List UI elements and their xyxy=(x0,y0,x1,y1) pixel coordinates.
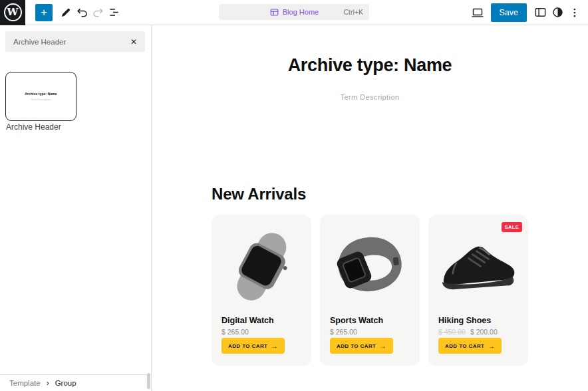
sidebar-scrollbar[interactable] xyxy=(147,373,150,389)
term-description-block[interactable]: Term Description xyxy=(152,93,588,101)
product-grid: Digital Watch $ 265.00 ADD TO CART → xyxy=(212,215,528,366)
product-name: Digital Watch xyxy=(221,316,274,325)
archive-title-block[interactable]: Archive type: Name xyxy=(152,55,588,76)
pattern-result-archive-header[interactable]: Archive type: Name Term Description xyxy=(5,72,76,121)
wordpress-logo-icon: W xyxy=(4,3,22,21)
block-breadcrumb-bar: Template › Group xyxy=(0,374,151,391)
product-name: Sports Watch xyxy=(330,316,383,325)
product-price: $ 265.00 xyxy=(221,328,249,336)
undo-icon xyxy=(76,6,88,19)
add-to-cart-label: ADD TO CART xyxy=(228,343,267,349)
tools-button[interactable] xyxy=(58,2,74,23)
breadcrumb-template[interactable]: Template xyxy=(9,379,41,387)
shop-section: New Arrivals Digi xyxy=(212,185,528,366)
pattern-preview-subtitle: Term Description xyxy=(31,98,51,101)
document-bar-main: Blog Home xyxy=(269,7,319,17)
editor-canvas: Archive type: Name Term Description New … xyxy=(152,25,588,391)
kebab-icon: ⋮ xyxy=(570,7,580,19)
save-button[interactable]: Save xyxy=(491,3,527,22)
redo-button[interactable] xyxy=(90,2,106,23)
pencil-icon xyxy=(60,7,72,19)
pattern-search-box[interactable]: ✕ xyxy=(5,31,145,52)
arrow-right-icon: → xyxy=(379,342,386,350)
breadcrumb-group[interactable]: Group xyxy=(55,379,76,387)
wordpress-site-editor: W + xyxy=(0,0,588,391)
product-card-hiking-shoes[interactable]: SALE Hiking Shoes $ 450.00 $ 200 xyxy=(428,215,528,366)
add-to-cart-label: ADD TO CART xyxy=(337,343,376,349)
styles-contrast-icon xyxy=(551,6,564,19)
view-button[interactable] xyxy=(470,2,486,23)
search-input[interactable] xyxy=(13,38,126,46)
product-old-price: $ 450.00 xyxy=(438,328,466,336)
add-to-cart-label: ADD TO CART xyxy=(445,343,484,349)
add-to-cart-button[interactable]: ADD TO CART → xyxy=(330,338,393,354)
product-card-sports-watch[interactable]: Sports Watch $ 265.00 ADD TO CART → xyxy=(320,215,420,366)
undo-button[interactable] xyxy=(74,2,90,23)
pattern-preview-title: Archive type: Name xyxy=(25,92,57,96)
product-card-digital-watch[interactable]: Digital Watch $ 265.00 ADD TO CART → xyxy=(212,215,311,366)
template-icon xyxy=(269,7,279,17)
redo-icon xyxy=(92,6,104,19)
arrow-right-icon: → xyxy=(488,342,494,350)
styles-button[interactable] xyxy=(549,2,565,23)
editor-topbar: W + xyxy=(0,0,588,25)
add-to-cart-button[interactable]: ADD TO CART → xyxy=(438,338,502,354)
inserter-panel: ✕ Archive type: Name Term Description Ar… xyxy=(0,25,152,391)
clear-search-button[interactable]: ✕ xyxy=(126,37,137,47)
pattern-label: Archive Header xyxy=(6,122,61,132)
product-image-digital-watch xyxy=(212,215,311,315)
block-inserter-button[interactable]: + xyxy=(35,4,53,21)
wordpress-logo-button[interactable]: W xyxy=(0,0,25,25)
section-heading[interactable]: New Arrivals xyxy=(212,185,528,203)
command-shortcut: Ctrl+K xyxy=(344,8,363,16)
chevron-right-icon: › xyxy=(47,378,49,388)
laptop-icon xyxy=(471,6,484,19)
close-icon: ✕ xyxy=(130,37,137,47)
sidebar-toggle-icon xyxy=(534,6,547,19)
document-title: Blog Home xyxy=(283,8,319,16)
product-name: Hiking Shoes xyxy=(438,316,491,325)
plus-icon: + xyxy=(41,7,47,18)
arrow-right-icon: → xyxy=(271,342,277,350)
product-price: $ 450.00 $ 200.00 xyxy=(438,328,498,336)
product-price: $ 265.00 xyxy=(330,328,357,336)
product-image-sports-watch xyxy=(320,215,420,315)
settings-sidebar-button[interactable] xyxy=(532,2,548,23)
sale-badge: SALE xyxy=(502,222,522,232)
list-view-icon xyxy=(108,6,120,19)
topbar-left-tools: W + xyxy=(0,0,122,25)
options-menu-button[interactable]: ⋮ xyxy=(567,2,583,23)
add-to-cart-button[interactable]: ADD TO CART → xyxy=(221,338,285,354)
topbar-right-tools: Save ⋮ xyxy=(470,2,588,23)
document-bar[interactable]: Blog Home Ctrl+K xyxy=(219,4,369,20)
list-view-button[interactable] xyxy=(106,2,122,23)
